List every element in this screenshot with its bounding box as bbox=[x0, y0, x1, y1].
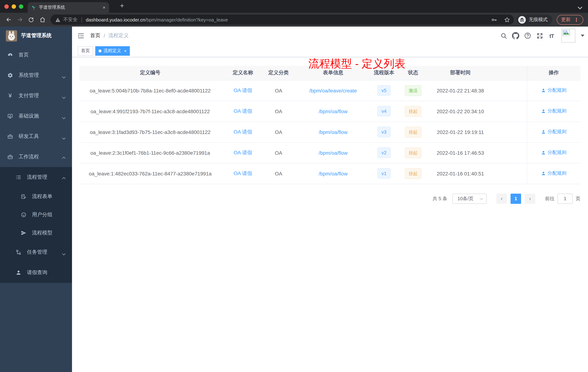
definition-name-cell: OA 请假 bbox=[221, 163, 265, 184]
browser-tab[interactable]: 芋道管理系统 × bbox=[28, 2, 109, 13]
person-icon bbox=[541, 150, 546, 155]
paper-plane-icon bbox=[21, 230, 27, 236]
url-text[interactable]: dashboard.yudao.iocoder.cn/bpm/manager/d… bbox=[86, 17, 486, 22]
font-size-icon[interactable]: tT bbox=[548, 32, 555, 39]
avatar-dropdown-caret-icon[interactable] bbox=[581, 34, 584, 37]
prev-page-button[interactable]: ‹ bbox=[496, 194, 507, 204]
chevron-up-icon bbox=[62, 155, 66, 161]
goto-page-input[interactable] bbox=[557, 194, 573, 204]
sidebar-item-home[interactable]: 首页 bbox=[0, 45, 72, 65]
form-info-link[interactable]: /bpm/oa/leave/create bbox=[309, 88, 357, 93]
definition-name-link[interactable]: OA 请假 bbox=[234, 170, 252, 176]
form-info-link[interactable]: /bpm/oa/flow bbox=[319, 129, 348, 135]
sidebar-item-leave-query[interactable]: 请假查询 bbox=[0, 263, 72, 283]
filler-cell bbox=[489, 101, 527, 121]
security-label[interactable]: 不安全 bbox=[63, 16, 77, 23]
sidebar-item-workflow[interactable]: 工作流程 bbox=[0, 147, 72, 167]
tag-home[interactable]: 首页 bbox=[78, 46, 93, 55]
address-bar[interactable]: 不安全 dashboard.yudao.iocoder.cn/bpm/manag… bbox=[51, 15, 514, 25]
browser-menu-icon[interactable]: ⋮ bbox=[574, 17, 579, 22]
browser-update-button[interactable]: 更新 ⋮ bbox=[557, 15, 583, 25]
sidebar-item-dev-tools[interactable]: 研发工具 bbox=[0, 126, 72, 147]
definition-name-link[interactable]: OA 请假 bbox=[234, 149, 252, 155]
version-cell: v5 bbox=[374, 80, 394, 101]
definition-id-cell: oa_leave:5:004b710b-7b8a-11ec-8ef0-acde4… bbox=[79, 80, 221, 101]
page-size-select[interactable]: 10条/页 bbox=[452, 194, 487, 204]
definition-id-cell: oa_leave:4:991f2193-7b7f-11ec-a3c8-acde4… bbox=[79, 101, 221, 121]
minimize-window-button[interactable] bbox=[12, 4, 16, 9]
definition-name-cell: OA 请假 bbox=[221, 121, 265, 142]
col-deploy-time: 部署时间 bbox=[432, 66, 489, 80]
reload-icon[interactable] bbox=[26, 14, 36, 25]
help-icon[interactable] bbox=[524, 32, 531, 39]
status-badge: 挂起 bbox=[405, 106, 421, 117]
sidebar-collapse-icon[interactable] bbox=[72, 32, 87, 39]
form-info-link[interactable]: /bpm/oa/flow bbox=[319, 150, 348, 156]
breadcrumb-home[interactable]: 首页 bbox=[90, 33, 100, 39]
back-icon[interactable] bbox=[3, 14, 14, 25]
version-badge: v4 bbox=[378, 106, 390, 117]
sidebar-item-process-management[interactable]: 流程管理 bbox=[0, 167, 72, 187]
form-info-link[interactable]: /bpm/oa/flow bbox=[319, 108, 348, 114]
browser-window: 芋道管理系统 × + 不安全 dashboard.yudao.iocoder.c… bbox=[0, 0, 588, 372]
bookmark-star-icon[interactable] bbox=[502, 15, 512, 25]
assign-rule-link[interactable]: 分配规则 bbox=[541, 170, 567, 177]
assign-rule-link[interactable]: 分配规则 bbox=[541, 108, 567, 114]
chevron-down-icon bbox=[480, 196, 483, 201]
version-cell: v2 bbox=[374, 142, 394, 163]
sidebar-item-user-group[interactable]: 用户分组 bbox=[0, 206, 72, 224]
next-page-button[interactable]: › bbox=[525, 194, 535, 204]
github-icon[interactable] bbox=[512, 32, 519, 39]
home-icon[interactable] bbox=[37, 14, 48, 25]
form-info-cell: /bpm/oa/flow bbox=[292, 163, 374, 184]
status-cell: 挂起 bbox=[394, 121, 432, 142]
maximize-window-button[interactable] bbox=[19, 4, 23, 9]
sidebar-item-payment[interactable]: ¥ 支付管理 bbox=[0, 86, 72, 106]
tag-close-icon[interactable]: × bbox=[124, 48, 126, 53]
password-key-icon[interactable] bbox=[489, 15, 499, 25]
tab-search-chevron-icon[interactable] bbox=[578, 4, 582, 11]
tab-close-icon[interactable]: × bbox=[103, 5, 105, 10]
definition-name-link[interactable]: OA 请假 bbox=[234, 129, 252, 134]
form-info-cell: /bpm/oa/flow bbox=[292, 121, 374, 142]
person-icon bbox=[541, 171, 546, 176]
tag-process-definition[interactable]: 流程定义 × bbox=[95, 46, 130, 55]
filler-cell bbox=[489, 142, 527, 163]
assign-rule-link[interactable]: 分配规则 bbox=[541, 87, 567, 94]
version-cell: v3 bbox=[374, 121, 394, 142]
deploy-time-cell: 2022-01-22 21:48:38 bbox=[432, 80, 489, 101]
status-badge: 挂起 bbox=[405, 168, 421, 179]
forward-icon[interactable] bbox=[15, 14, 25, 25]
workflow-submenu: 流程管理 流程表单 用户分组 bbox=[0, 167, 72, 283]
sidebar-item-process-form[interactable]: 流程表单 bbox=[0, 187, 72, 206]
app-logo[interactable]: 芋道管理系统 bbox=[0, 27, 72, 45]
sidebar-item-process-model[interactable]: 流程模型 bbox=[0, 224, 72, 242]
page-number-1[interactable]: 1 bbox=[511, 194, 521, 204]
avatar[interactable] bbox=[561, 29, 575, 43]
definition-name-cell: OA 请假 bbox=[221, 142, 265, 163]
breadcrumb-current: 流程定义 bbox=[108, 33, 129, 39]
assign-rule-link[interactable]: 分配规则 bbox=[541, 149, 567, 156]
close-window-button[interactable] bbox=[4, 4, 9, 9]
tags-view: 首页 流程定义 × bbox=[72, 45, 588, 57]
action-cell: 分配规则 bbox=[527, 163, 580, 184]
update-label[interactable]: 更新 bbox=[561, 16, 571, 23]
col-definition-name: 定义名称 bbox=[221, 66, 265, 80]
new-tab-button[interactable]: + bbox=[120, 2, 124, 10]
search-icon[interactable] bbox=[500, 32, 507, 39]
definition-name-cell: OA 请假 bbox=[221, 101, 265, 121]
form-info-link[interactable]: /bpm/oa/flow bbox=[319, 171, 348, 176]
sidebar-item-infrastructure[interactable]: 基础设施 bbox=[0, 106, 72, 126]
favicon-seedling-icon bbox=[31, 5, 36, 10]
definition-table: 定义编号 定义名称 定义分类 表单信息 流程版本 状态 部署时间 操作 bbox=[79, 66, 580, 184]
sidebar-item-task-management[interactable]: 任务管理 bbox=[0, 242, 72, 263]
fullscreen-icon[interactable] bbox=[536, 32, 543, 39]
status-badge: 激活 bbox=[405, 85, 421, 96]
definition-name-link[interactable]: OA 请假 bbox=[234, 87, 252, 93]
window-controls bbox=[4, 4, 23, 9]
sidebar-item-system[interactable]: 系统管理 bbox=[0, 65, 72, 86]
assign-rule-link[interactable]: 分配规则 bbox=[541, 129, 567, 135]
pagination: 共 5 条 10条/页 ‹ 1 › 前往 页 bbox=[79, 194, 580, 204]
definition-name-link[interactable]: OA 请假 bbox=[234, 108, 252, 114]
status-cell: 挂起 bbox=[394, 163, 432, 184]
